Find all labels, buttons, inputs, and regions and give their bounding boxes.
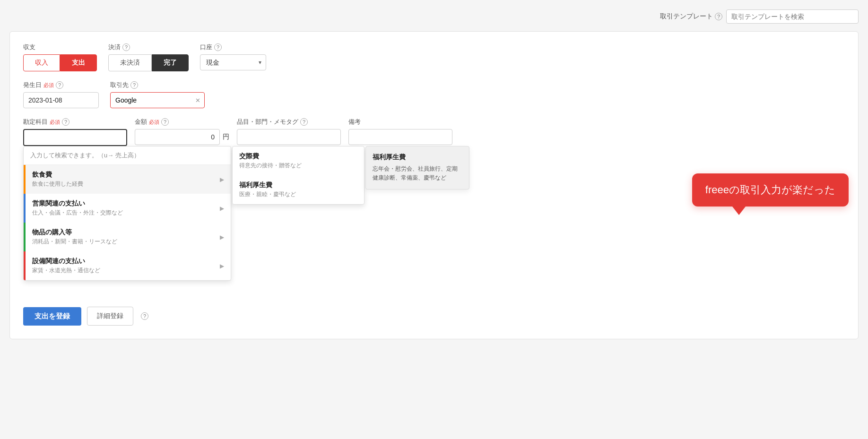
partner-label: 取引先 ? [110, 81, 200, 89]
payment-group: 決済 ? 未決済 完了 [108, 43, 189, 71]
dropdown-sub-item-1-title: 交際費 [239, 152, 357, 161]
payment-help-icon[interactable]: ? [122, 43, 130, 51]
dropdown-item-2[interactable]: 営業関連の支払い 仕入・会議・広告・外注・交際など ▶ [24, 194, 231, 223]
amount-input-group: 円 [135, 129, 229, 145]
account-select-wrapper: 現金 普通預金 当座預金 ▾ [200, 54, 266, 70]
paid-button[interactable]: 完了 [152, 54, 189, 71]
partner-help-icon[interactable]: ? [130, 81, 138, 89]
memo-help-icon[interactable]: ? [300, 118, 308, 126]
dropdown-item-3-arrow: ▶ [220, 234, 224, 241]
dropdown-sub-item-1[interactable]: 交際費 得意先の接待・贈答など [233, 146, 364, 175]
dropdown-item-4-arrow: ▶ [220, 263, 224, 269]
template-help-icon[interactable]: ? [715, 13, 722, 20]
detail-button[interactable]: 詳細登録 [87, 307, 133, 326]
form-row-1: 収支 収入 支出 決済 ? 未決済 完了 [23, 43, 845, 71]
template-search-input[interactable] [726, 9, 859, 24]
notes-label: 備考 [348, 118, 452, 126]
dropdown-item-2-title: 営業関連の支払い [32, 199, 123, 208]
form-card: 収支 収入 支出 決済 ? 未決済 完了 [9, 31, 859, 339]
amount-help-icon[interactable]: ? [161, 118, 169, 126]
memo-group: 品目・部門・メモタグ ? [237, 118, 341, 145]
account-select[interactable]: 現金 普通預金 当座預金 [200, 54, 266, 70]
dropdown-item-2-arrow: ▶ [220, 205, 224, 212]
action-row: 支出を登録 詳細登録 ? [23, 307, 845, 326]
payment-toggle: 未決済 完了 [108, 54, 189, 71]
template-label-text: 取引テンプレート [660, 12, 713, 21]
income-expense-toggle: 収入 支出 [23, 54, 97, 71]
partner-group: 取引先 ? ✕ [110, 81, 200, 108]
notes-input[interactable] [348, 129, 452, 145]
dropdown-item-1[interactable]: 飲食費 飲食に使用した経費 ▶ [24, 165, 231, 194]
kamoku-required: 必須 [50, 119, 60, 126]
dropdown-item-4[interactable]: 設備関連の支払い 家賃・水道光熱・通信など ▶ [24, 251, 231, 280]
kamoku-label: 勘定科目 必須 ? [23, 118, 127, 126]
income-expense-label: 収支 [23, 43, 97, 52]
speech-bubble-text: freeeの取引入力が楽だった [705, 184, 835, 196]
dropdown-item-4-title: 設備関連の支払い [32, 257, 100, 266]
dropdown-tooltip-body: 忘年会・慰労会、社員旅行、定期健康診断、常備薬、慶弔など [373, 164, 462, 182]
dropdown-tooltip-title: 福利厚生費 [373, 153, 462, 162]
date-input[interactable] [23, 92, 99, 108]
dropdown-item-3-title: 物品の購入等 [32, 228, 117, 237]
kamoku-input[interactable] [23, 129, 127, 146]
account-group: 口座 ? 現金 普通預金 当座預金 ▾ [200, 43, 266, 70]
memo-label: 品目・部門・メモタグ ? [237, 118, 341, 126]
amount-input[interactable] [135, 129, 220, 145]
register-button[interactable]: 支出を登録 [23, 307, 81, 326]
date-help-icon[interactable]: ? [56, 81, 63, 89]
kamoku-input-wrapper [23, 129, 127, 146]
dropdown-sub-item-2-title: 福利厚生費 [239, 181, 357, 189]
partner-clear-icon[interactable]: ✕ [195, 97, 200, 104]
dropdown-sub-item-2-sub: 医療・親睦・慶弔など [239, 190, 357, 198]
date-label: 発生日 必須 ? [23, 81, 99, 89]
memo-input[interactable] [237, 129, 341, 145]
dropdown-item-3[interactable]: 物品の購入等 消耗品・新聞・書籍・リースなど ▶ [24, 223, 231, 251]
dropdown-item-4-sub: 家賃・水道光熱・通信など [32, 267, 100, 275]
form-row-2: 発生日 必須 ? 取引先 ? ✕ [23, 81, 845, 108]
notes-group: 備考 [348, 118, 452, 145]
income-expense-group: 収支 収入 支出 [23, 43, 97, 71]
account-label: 口座 ? [200, 43, 266, 52]
income-button[interactable]: 収入 [23, 54, 60, 71]
partner-input[interactable] [110, 92, 205, 108]
payment-label: 決済 ? [108, 43, 189, 52]
dropdown-item-1-arrow: ▶ [220, 176, 224, 183]
amount-group: 金額 必須 ? 円 [135, 118, 229, 145]
dropdown-sub-item-1-sub: 得意先の接待・贈答など [239, 162, 357, 170]
dropdown-item-2-sub: 仕入・会議・広告・外注・交際など [32, 209, 123, 217]
dropdown-item-1-sub: 飲食に使用した経費 [32, 180, 83, 188]
partner-input-wrapper: ✕ [110, 92, 200, 108]
dropdown-item-3-sub: 消耗品・新聞・書籍・リースなど [32, 238, 117, 246]
speech-bubble: freeeの取引入力が楽だった [692, 173, 849, 207]
template-search-row: 取引テンプレート ? [9, 9, 859, 24]
yen-label: 円 [223, 133, 229, 141]
expense-button[interactable]: 支出 [60, 54, 97, 71]
amount-required: 必須 [149, 119, 159, 126]
kamoku-row: 勘定科目 必須 ? 入力して検索できます。（u→ 売上高） 飲食費 [23, 118, 845, 146]
kamoku-dropdown-container: 入力して検索できます。（u→ 売上高） 飲食費 飲食に使用した経費 ▶ [23, 146, 469, 281]
template-search-label: 取引テンプレート ? [660, 12, 722, 21]
page-container: 取引テンプレート ? 収支 収入 支出 決済 ? [0, 0, 868, 439]
dropdown-search-hint: 入力して検索できます。（u→ 売上高） [24, 146, 231, 165]
date-group: 発生日 必須 ? [23, 81, 99, 108]
date-required: 必須 [43, 82, 54, 89]
kamoku-help-icon[interactable]: ? [62, 118, 69, 126]
kamoku-group: 勘定科目 必須 ? 入力して検索できます。（u→ 売上高） 飲食費 [23, 118, 127, 146]
kamoku-dropdown-main: 入力して検索できます。（u→ 売上高） 飲食費 飲食に使用した経費 ▶ [23, 146, 231, 281]
kamoku-dropdown-sub: 交際費 得意先の接待・贈答など 福利厚生費 医療・親睦・慶弔など [232, 146, 365, 205]
unpaid-button[interactable]: 未決済 [108, 54, 152, 71]
dropdown-item-1-title: 飲食費 [32, 171, 83, 179]
account-help-icon[interactable]: ? [214, 43, 222, 51]
amount-label: 金額 必須 ? [135, 118, 229, 126]
dropdown-sub-item-2[interactable]: 福利厚生費 医療・親睦・慶弔など [233, 175, 364, 204]
kamoku-dropdown-tooltip: 福利厚生費 忘年会・慰労会、社員旅行、定期健康診断、常備薬、慶弔など [365, 146, 469, 189]
detail-help-icon[interactable]: ? [141, 312, 148, 320]
